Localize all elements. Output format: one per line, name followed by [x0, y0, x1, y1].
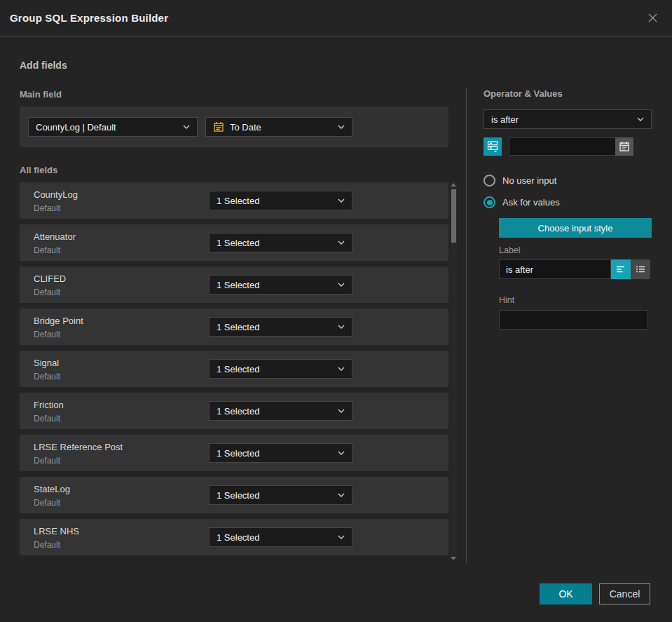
chevron-down-icon — [338, 367, 345, 371]
field-selected-label: 1 Selected — [217, 532, 338, 543]
field-selected-label: 1 Selected — [217, 280, 338, 290]
field-selected-label: 1 Selected — [217, 406, 338, 417]
radio-ask-for-values[interactable]: Ask for values — [484, 196, 652, 208]
field-row: Bridge Point Default 1 Selected — [20, 309, 448, 345]
field-row: LRSE NHS Default 1 Selected — [20, 519, 448, 555]
values-from-data-button[interactable] — [484, 137, 502, 156]
list-input-style-icon — [635, 264, 646, 275]
main-field-dropdown-value: CountyLog | Default — [36, 122, 183, 133]
field-row: StateLog Default 1 Selected — [20, 477, 448, 513]
chevron-down-icon — [338, 409, 345, 413]
field-selected-dropdown[interactable]: 1 Selected — [209, 527, 352, 547]
main-field-panel: CountyLog | Default To Date — [20, 107, 448, 147]
all-fields-scrollbar[interactable] — [451, 182, 457, 561]
label-input[interactable] — [499, 259, 611, 279]
chevron-down-icon — [338, 493, 345, 497]
field-selected-dropdown[interactable]: 1 Selected — [209, 317, 352, 337]
scroll-down-arrow-icon[interactable] — [451, 557, 456, 560]
field-selected-dropdown[interactable]: 1 Selected — [209, 191, 352, 210]
operator-dropdown-value: is after — [491, 114, 637, 125]
field-row: Signal Default 1 Selected — [20, 351, 448, 387]
chevron-down-icon — [338, 325, 345, 329]
group-sql-expression-builder-dialog: Group SQL Expression Builder Add fields … — [0, 0, 672, 622]
operator-values-heading: Operator & Values — [484, 88, 652, 99]
chevron-down-icon — [338, 125, 345, 129]
date-picker-button[interactable] — [615, 137, 633, 156]
operator-dropdown[interactable]: is after — [484, 109, 652, 129]
chevron-down-icon — [338, 241, 345, 245]
field-selected-dropdown[interactable]: 1 Selected — [209, 359, 352, 379]
cancel-button[interactable]: Cancel — [599, 583, 650, 604]
values-from-data-icon — [487, 140, 498, 153]
date-mode-dropdown-value: To Date — [230, 122, 332, 133]
chevron-down-icon — [338, 451, 345, 455]
calendar-icon — [213, 121, 224, 133]
value-input-row — [484, 137, 652, 156]
field-selected-dropdown[interactable]: 1 Selected — [209, 443, 352, 463]
close-icon — [647, 13, 658, 23]
hint-input[interactable] — [499, 310, 648, 330]
main-field-dropdown[interactable]: CountyLog | Default — [28, 117, 198, 137]
dialog-titlebar: Group SQL Expression Builder — [0, 0, 672, 36]
text-input-style-icon — [615, 264, 626, 275]
field-row: CLIFED Default 1 Selected — [20, 266, 448, 303]
text-input-style-button[interactable] — [611, 259, 631, 279]
date-mode-dropdown[interactable]: To Date — [205, 117, 352, 137]
radio-circle-selected-icon — [484, 196, 495, 208]
radio-no-user-input[interactable]: No user input — [484, 175, 652, 187]
column-divider — [466, 88, 467, 563]
field-selected-dropdown[interactable]: 1 Selected — [209, 233, 352, 252]
chevron-down-icon — [338, 283, 345, 287]
close-button[interactable] — [645, 11, 659, 25]
radio-circle-icon — [484, 175, 495, 187]
field-selected-label: 1 Selected — [217, 490, 338, 501]
radio-label: Ask for values — [502, 197, 560, 208]
value-input[interactable] — [509, 137, 615, 156]
field-selected-label: 1 Selected — [217, 322, 338, 332]
field-selected-dropdown[interactable]: 1 Selected — [209, 401, 352, 421]
field-selected-label: 1 Selected — [217, 238, 338, 248]
field-selected-label: 1 Selected — [217, 364, 338, 374]
chevron-down-icon — [637, 117, 644, 121]
chevron-down-icon — [338, 198, 345, 203]
field-selected-dropdown[interactable]: 1 Selected — [209, 485, 352, 505]
choose-input-style-button[interactable]: Choose input style — [499, 218, 652, 238]
field-selected-label: 1 Selected — [217, 196, 338, 206]
hint-field-label: Hint — [499, 295, 652, 305]
all-fields-label: All fields — [20, 165, 57, 175]
field-selected-dropdown[interactable]: 1 Selected — [209, 275, 352, 295]
field-selected-label: 1 Selected — [217, 448, 338, 459]
field-row: LRSE Reference Post Default 1 Selected — [20, 435, 448, 471]
scrollbar-thumb[interactable] — [451, 189, 456, 243]
dialog-title: Group SQL Expression Builder — [10, 12, 168, 24]
all-fields-list: CountyLog Default 1 Selected Attenuator … — [20, 182, 448, 555]
chevron-down-icon — [338, 535, 345, 539]
scroll-up-arrow-icon[interactable] — [451, 183, 456, 187]
ok-button[interactable]: OK — [540, 583, 592, 604]
add-fields-heading: Add fields — [20, 60, 67, 71]
field-row: Friction Default 1 Selected — [20, 393, 448, 429]
operator-values-panel: Operator & Values is after — [484, 88, 652, 330]
list-input-style-button[interactable] — [631, 259, 650, 279]
radio-label: No user input — [502, 175, 556, 186]
field-row: CountyLog Default 1 Selected — [20, 182, 448, 219]
label-field-label: Label — [499, 245, 652, 255]
main-field-label: Main field — [20, 89, 62, 100]
label-input-row — [499, 259, 652, 279]
calendar-icon — [619, 141, 630, 152]
chevron-down-icon — [183, 125, 190, 129]
field-row: Attenuator Default 1 Selected — [20, 224, 448, 261]
